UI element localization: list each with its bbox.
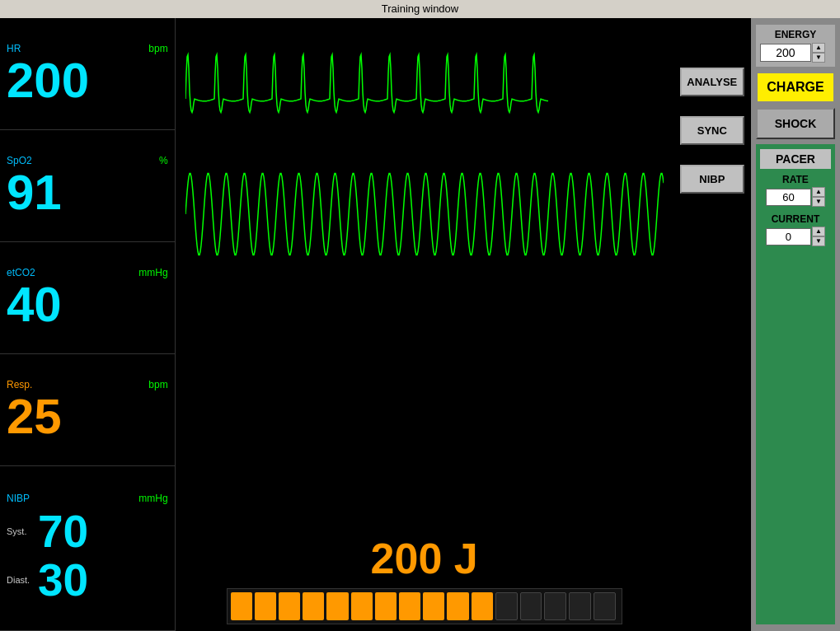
diast-value: 30 xyxy=(38,558,88,603)
energy-down-button[interactable]: ▼ xyxy=(812,53,825,63)
center-panel: 200 J xyxy=(176,18,673,631)
progress-segment xyxy=(399,592,420,620)
spo2-value: 91 xyxy=(7,168,168,217)
energy-label: ENERGY xyxy=(760,29,831,40)
energy-display: 200 J xyxy=(185,534,664,583)
energy-up-button[interactable]: ▲ xyxy=(812,43,825,53)
pacer-title: PACER xyxy=(760,149,831,169)
nibp-button[interactable]: NIBP xyxy=(680,165,744,194)
current-spinner: ▲ ▼ xyxy=(760,227,831,246)
side-buttons: ANALYSE SYNC NIBP xyxy=(673,18,751,631)
spo2-unit: % xyxy=(159,155,168,166)
nibp-section: NIBP mmHg Syst. 70 Diast. 30 xyxy=(0,466,175,631)
progress-segment xyxy=(279,592,300,620)
syst-label: Syst. xyxy=(7,526,38,536)
current-up-button[interactable]: ▲ xyxy=(812,227,825,236)
progress-segment xyxy=(569,592,591,620)
analyse-button[interactable]: ANALYSE xyxy=(680,68,744,96)
hr-value: 200 xyxy=(7,56,168,105)
progress-segment xyxy=(255,592,276,620)
energy-box: ENERGY ▲ ▼ xyxy=(756,25,835,67)
resp-unit: bpm xyxy=(148,379,167,390)
progress-segment xyxy=(303,592,324,620)
nibp-unit: mmHg xyxy=(138,493,167,504)
etco2-section: etCO2 mmHg 40 xyxy=(0,242,175,354)
current-input[interactable] xyxy=(766,228,811,245)
resp-value: 25 xyxy=(7,392,168,442)
etco2-value: 40 xyxy=(7,280,168,330)
title-bar: Training window xyxy=(0,0,840,18)
window-title: Training window xyxy=(382,2,458,15)
rate-up-button[interactable]: ▲ xyxy=(812,187,825,197)
rate-down-button[interactable]: ▼ xyxy=(812,197,825,207)
progress-segment xyxy=(326,592,348,620)
progress-segment xyxy=(544,592,566,620)
progress-segment xyxy=(520,592,542,620)
rate-input[interactable] xyxy=(766,189,811,206)
current-down-button[interactable]: ▼ xyxy=(812,236,825,246)
resp-section: Resp. bpm 25 xyxy=(0,354,175,466)
progress-segment xyxy=(231,592,252,620)
nibp-label: NIBP xyxy=(7,493,30,504)
current-label: CURRENT xyxy=(760,213,831,225)
shock-button[interactable]: SHOCK xyxy=(756,108,835,139)
spo2-section: SpO2 % 91 xyxy=(0,130,175,242)
hr-unit: bpm xyxy=(148,43,167,54)
right-panel: ENERGY ▲ ▼ CHARGE SHOCK PACER RATE ▲ ▼ xyxy=(751,18,840,631)
progress-segment xyxy=(472,592,493,620)
rate-spinner: ▲ ▼ xyxy=(760,187,831,207)
charge-button[interactable]: CHARGE xyxy=(756,72,835,103)
progress-segment xyxy=(495,592,518,620)
progress-segment xyxy=(423,592,444,620)
progress-segment xyxy=(594,592,616,620)
progress-segment xyxy=(375,592,397,620)
pacer-box: PACER RATE ▲ ▼ CURRENT ▲ ▼ xyxy=(756,144,835,624)
left-panel: HR bpm 200 SpO2 % 91 etCO2 mmHg 40 Resp. xyxy=(0,18,176,631)
rate-label: RATE xyxy=(760,174,831,185)
syst-value: 70 xyxy=(38,509,88,554)
waveform-container xyxy=(185,25,664,527)
etco2-unit: mmHg xyxy=(138,267,167,278)
progress-bar xyxy=(227,588,622,624)
progress-segment xyxy=(351,592,373,620)
energy-input[interactable] xyxy=(760,44,811,62)
hr-section: HR bpm 200 xyxy=(0,18,175,130)
progress-segment xyxy=(447,592,468,620)
sync-button[interactable]: SYNC xyxy=(680,116,744,145)
diast-label: Diast. xyxy=(7,575,38,585)
